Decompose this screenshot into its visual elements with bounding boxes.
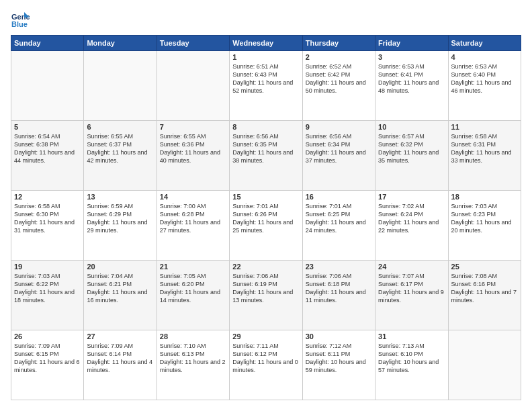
calendar-week-1: 1Sunrise: 6:51 AMSunset: 6:43 PMDaylight… [11, 51, 521, 121]
calendar-cell: 24Sunrise: 7:07 AMSunset: 6:17 PMDayligh… [375, 261, 448, 330]
calendar-cell: 10Sunrise: 6:57 AMSunset: 6:32 PMDayligh… [375, 121, 448, 191]
calendar-cell: 22Sunrise: 7:06 AMSunset: 6:19 PMDayligh… [230, 261, 302, 330]
day-number: 8 [232, 123, 299, 131]
calendar-cell [157, 51, 229, 121]
day-header-thursday: Thursday [302, 36, 375, 51]
day-number: 4 [451, 53, 518, 61]
day-number: 5 [14, 123, 81, 131]
day-number: 27 [87, 332, 153, 340]
cell-info: Sunrise: 7:01 AMSunset: 6:26 PMDaylight:… [232, 202, 299, 235]
calendar-cell: 4Sunrise: 6:53 AMSunset: 6:40 PMDaylight… [448, 51, 521, 121]
day-header-saturday: Saturday [448, 36, 521, 51]
day-number: 26 [14, 332, 81, 340]
calendar-cell [84, 51, 157, 121]
cell-info: Sunrise: 7:10 AMSunset: 6:13 PMDaylight:… [160, 342, 226, 375]
day-header-monday: Monday [84, 36, 157, 51]
day-number: 22 [232, 263, 299, 271]
logo-icon: General Blue [11, 11, 30, 30]
day-number: 24 [378, 263, 445, 271]
calendar-cell: 19Sunrise: 7:03 AMSunset: 6:22 PMDayligh… [11, 261, 84, 330]
calendar-cell: 5Sunrise: 6:54 AMSunset: 6:38 PMDaylight… [11, 121, 84, 191]
day-number: 17 [378, 193, 445, 201]
day-number: 23 [306, 263, 372, 271]
cell-info: Sunrise: 6:58 AMSunset: 6:31 PMDaylight:… [451, 132, 518, 165]
cell-info: Sunrise: 7:04 AMSunset: 6:21 PMDaylight:… [87, 272, 153, 305]
day-number: 11 [451, 123, 518, 131]
cell-info: Sunrise: 7:12 AMSunset: 6:11 PMDaylight:… [306, 342, 372, 375]
cell-info: Sunrise: 7:08 AMSunset: 6:16 PMDaylight:… [451, 272, 518, 305]
cell-info: Sunrise: 7:00 AMSunset: 6:28 PMDaylight:… [160, 202, 226, 235]
cell-info: Sunrise: 7:02 AMSunset: 6:24 PMDaylight:… [378, 202, 445, 235]
calendar-week-4: 19Sunrise: 7:03 AMSunset: 6:22 PMDayligh… [11, 261, 521, 330]
cell-info: Sunrise: 6:58 AMSunset: 6:30 PMDaylight:… [14, 202, 81, 235]
day-header-wednesday: Wednesday [230, 36, 302, 51]
cell-info: Sunrise: 7:03 AMSunset: 6:23 PMDaylight:… [451, 202, 518, 235]
cell-info: Sunrise: 7:13 AMSunset: 6:10 PMDaylight:… [378, 342, 445, 375]
logo: General Blue [11, 11, 32, 30]
cell-info: Sunrise: 7:05 AMSunset: 6:20 PMDaylight:… [160, 272, 226, 305]
day-number: 16 [306, 193, 372, 201]
cell-info: Sunrise: 7:03 AMSunset: 6:22 PMDaylight:… [14, 272, 81, 305]
day-number: 31 [378, 332, 445, 340]
cell-info: Sunrise: 7:07 AMSunset: 6:17 PMDaylight:… [378, 272, 445, 305]
day-number: 9 [306, 123, 372, 131]
day-number: 2 [306, 53, 372, 61]
cell-info: Sunrise: 6:56 AMSunset: 6:35 PMDaylight:… [232, 132, 299, 165]
calendar-cell: 17Sunrise: 7:02 AMSunset: 6:24 PMDayligh… [375, 191, 448, 261]
day-number: 30 [306, 332, 372, 340]
calendar-table: SundayMondayTuesdayWednesdayThursdayFrid… [11, 35, 521, 400]
day-number: 14 [160, 193, 226, 201]
cell-info: Sunrise: 7:11 AMSunset: 6:12 PMDaylight:… [232, 342, 299, 375]
cell-info: Sunrise: 6:53 AMSunset: 6:40 PMDaylight:… [451, 62, 518, 95]
cell-info: Sunrise: 6:54 AMSunset: 6:38 PMDaylight:… [14, 132, 81, 165]
calendar-week-2: 5Sunrise: 6:54 AMSunset: 6:38 PMDaylight… [11, 121, 521, 191]
calendar-cell: 9Sunrise: 6:56 AMSunset: 6:34 PMDaylight… [302, 121, 375, 191]
day-number: 15 [232, 193, 299, 201]
day-header-friday: Friday [375, 36, 448, 51]
calendar-cell: 18Sunrise: 7:03 AMSunset: 6:23 PMDayligh… [448, 191, 521, 261]
day-number: 25 [451, 263, 518, 271]
day-number: 3 [378, 53, 445, 61]
day-header-sunday: Sunday [11, 36, 84, 51]
cell-info: Sunrise: 7:01 AMSunset: 6:25 PMDaylight:… [306, 202, 372, 235]
calendar-cell: 8Sunrise: 6:56 AMSunset: 6:35 PMDaylight… [230, 121, 302, 191]
cell-info: Sunrise: 7:06 AMSunset: 6:19 PMDaylight:… [232, 272, 299, 305]
calendar-cell: 21Sunrise: 7:05 AMSunset: 6:20 PMDayligh… [157, 261, 229, 330]
calendar-cell: 31Sunrise: 7:13 AMSunset: 6:10 PMDayligh… [375, 330, 448, 400]
calendar-cell: 20Sunrise: 7:04 AMSunset: 6:21 PMDayligh… [84, 261, 157, 330]
day-number: 12 [14, 193, 81, 201]
calendar-cell: 13Sunrise: 6:59 AMSunset: 6:29 PMDayligh… [84, 191, 157, 261]
cell-info: Sunrise: 6:59 AMSunset: 6:29 PMDaylight:… [87, 202, 153, 235]
day-number: 7 [160, 123, 226, 131]
calendar-cell: 11Sunrise: 6:58 AMSunset: 6:31 PMDayligh… [448, 121, 521, 191]
cell-info: Sunrise: 6:57 AMSunset: 6:32 PMDaylight:… [378, 132, 445, 165]
day-number: 21 [160, 263, 226, 271]
cell-info: Sunrise: 6:52 AMSunset: 6:42 PMDaylight:… [306, 62, 372, 95]
calendar-cell: 15Sunrise: 7:01 AMSunset: 6:26 PMDayligh… [230, 191, 302, 261]
header: General Blue [11, 11, 521, 30]
cell-info: Sunrise: 6:55 AMSunset: 6:36 PMDaylight:… [160, 132, 226, 165]
day-number: 19 [14, 263, 81, 271]
calendar-cell [448, 330, 521, 400]
calendar-week-3: 12Sunrise: 6:58 AMSunset: 6:30 PMDayligh… [11, 191, 521, 261]
day-number: 20 [87, 263, 153, 271]
calendar-cell: 29Sunrise: 7:11 AMSunset: 6:12 PMDayligh… [230, 330, 302, 400]
calendar-cell: 26Sunrise: 7:09 AMSunset: 6:15 PMDayligh… [11, 330, 84, 400]
calendar-cell: 27Sunrise: 7:09 AMSunset: 6:14 PMDayligh… [84, 330, 157, 400]
cell-info: Sunrise: 7:09 AMSunset: 6:14 PMDaylight:… [87, 342, 153, 375]
calendar-cell: 23Sunrise: 7:06 AMSunset: 6:18 PMDayligh… [302, 261, 375, 330]
calendar-week-5: 26Sunrise: 7:09 AMSunset: 6:15 PMDayligh… [11, 330, 521, 400]
cell-info: Sunrise: 7:09 AMSunset: 6:15 PMDaylight:… [14, 342, 81, 375]
day-number: 13 [87, 193, 153, 201]
calendar-cell: 3Sunrise: 6:53 AMSunset: 6:41 PMDaylight… [375, 51, 448, 121]
svg-text:Blue: Blue [11, 20, 28, 28]
cell-info: Sunrise: 6:53 AMSunset: 6:41 PMDaylight:… [378, 62, 445, 95]
calendar-cell: 16Sunrise: 7:01 AMSunset: 6:25 PMDayligh… [302, 191, 375, 261]
day-number: 29 [232, 332, 299, 340]
calendar-cell: 12Sunrise: 6:58 AMSunset: 6:30 PMDayligh… [11, 191, 84, 261]
cell-info: Sunrise: 7:06 AMSunset: 6:18 PMDaylight:… [306, 272, 372, 305]
calendar-cell: 2Sunrise: 6:52 AMSunset: 6:42 PMDaylight… [302, 51, 375, 121]
day-number: 1 [232, 53, 299, 61]
calendar-cell: 28Sunrise: 7:10 AMSunset: 6:13 PMDayligh… [157, 330, 229, 400]
day-number: 28 [160, 332, 226, 340]
